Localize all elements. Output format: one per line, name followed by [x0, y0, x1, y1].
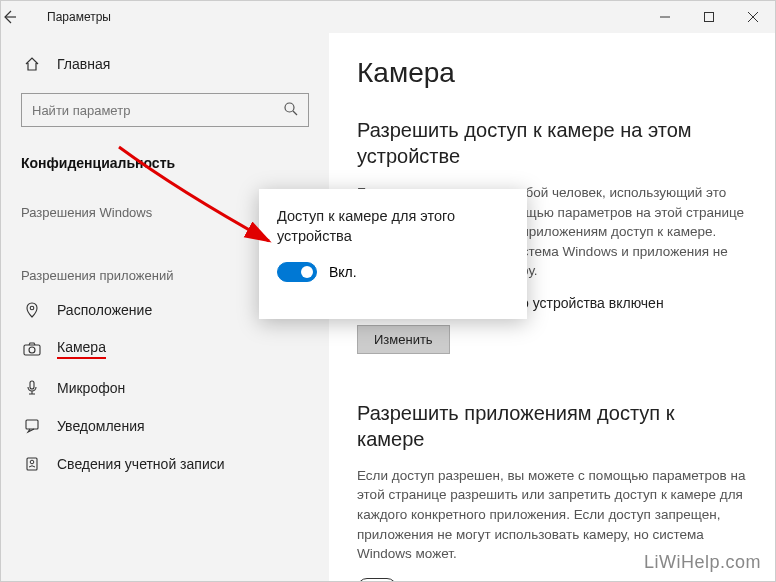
change-button[interactable]: Изменить: [357, 325, 450, 354]
apps-access-toggle[interactable]: Откл.: [357, 578, 747, 581]
account-icon: [21, 455, 43, 473]
sidebar-item-account[interactable]: Сведения учетной записи: [1, 445, 329, 483]
svg-point-7: [30, 306, 34, 310]
svg-rect-2: [705, 13, 714, 22]
svg-point-13: [30, 460, 34, 464]
sidebar-home-label: Главная: [57, 56, 110, 72]
window-controls: [643, 1, 775, 33]
annotation-arrow: [109, 141, 299, 271]
watermark: LiWiHelp.com: [644, 552, 761, 573]
sidebar-item-notifications[interactable]: Уведомления: [1, 407, 329, 445]
section-heading-device: Разрешить доступ к камере на этом устрой…: [357, 117, 747, 169]
sidebar-item-camera[interactable]: Камера: [1, 329, 329, 369]
sidebar-item-label: Уведомления: [57, 418, 145, 434]
svg-point-5: [285, 103, 294, 112]
search-icon: [283, 101, 299, 117]
sidebar-item-label: Микрофон: [57, 380, 125, 396]
svg-rect-11: [26, 420, 38, 429]
svg-rect-10: [30, 381, 34, 389]
settings-window: Параметры Главная Конфиденциальность: [0, 0, 776, 582]
camera-icon: [21, 340, 43, 358]
section-heading-apps: Разрешить приложениям доступ к камере: [357, 400, 747, 452]
popup-title: Доступ к камере для этого устройства: [277, 207, 509, 246]
toggle-label: Откл.: [409, 580, 445, 581]
svg-point-9: [29, 347, 35, 353]
search-input[interactable]: [21, 93, 309, 127]
sidebar-home[interactable]: Главная: [1, 45, 329, 83]
back-button[interactable]: [1, 9, 41, 25]
search-wrap: [21, 93, 309, 127]
sidebar-item-label: Расположение: [57, 302, 152, 318]
svg-line-6: [293, 111, 297, 115]
sidebar-item-label: Камера: [57, 339, 106, 359]
close-button[interactable]: [731, 1, 775, 33]
toggle-switch[interactable]: [357, 578, 397, 581]
window-title: Параметры: [47, 10, 111, 24]
device-access-toggle[interactable]: Вкл.: [277, 262, 509, 282]
minimize-button[interactable]: [643, 1, 687, 33]
device-access-popup: Доступ к камере для этого устройства Вкл…: [259, 189, 527, 319]
microphone-icon: [21, 379, 43, 397]
location-icon: [21, 301, 43, 319]
maximize-button[interactable]: [687, 1, 731, 33]
toggle-label: Вкл.: [329, 264, 357, 280]
home-icon: [21, 55, 43, 73]
titlebar: Параметры: [1, 1, 775, 33]
sidebar-item-label: Сведения учетной записи: [57, 456, 225, 472]
section-desc-apps: Если доступ разрешен, вы можете с помощь…: [357, 466, 747, 564]
notifications-icon: [21, 417, 43, 435]
page-title: Камера: [357, 57, 747, 89]
sidebar-item-microphone[interactable]: Микрофон: [1, 369, 329, 407]
